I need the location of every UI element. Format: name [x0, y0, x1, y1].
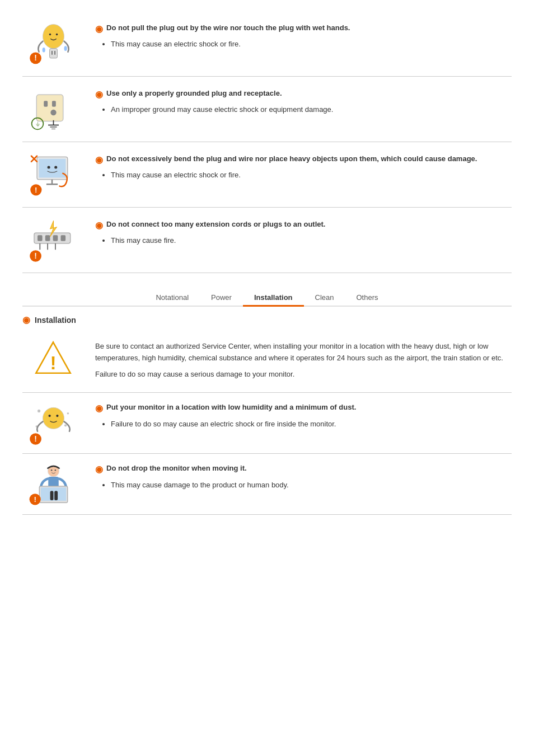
section-title-no-bend: ◉ Do not excessively bend the plug and w…: [95, 154, 512, 165]
svg-point-2: [55, 34, 57, 35]
svg-point-54: [54, 469, 56, 471]
section-title-no-pull-plug: ◉ Do not pull the plug out by the wire n…: [95, 24, 512, 34]
icon-area-no-drop: !: [22, 462, 84, 506]
install-section-low-humidity: ! ◉ Put your monitor in a location with …: [22, 393, 512, 454]
install-section-service-center: ! Be sure to contact an authorized Servi…: [22, 331, 512, 393]
content-area-low-humidity: ◉ Put your monitor in a location with lo…: [95, 401, 512, 431]
svg-point-47: [67, 412, 68, 414]
section-title-low-humidity: ◉ Put your monitor in a location with lo…: [95, 403, 512, 414]
section-title-text-5: Put your monitor in a location with low …: [106, 403, 356, 411]
safety-sections: ! ◉ Do not pull the plug out by the wire…: [22, 11, 512, 273]
svg-rect-3: [49, 49, 57, 58]
content-area-no-bend: ◉ Do not excessively bend the plug and w…: [95, 152, 512, 183]
install-section-no-drop: ! ◉ Do not drop the monitor when moving …: [22, 454, 512, 515]
svg-rect-31: [38, 235, 43, 241]
warning-circle-icon-6: ◉: [95, 464, 103, 475]
low-humidity-icon: !: [27, 401, 80, 445]
service-center-body2: Failure to do so may cause a serious dam…: [95, 369, 512, 381]
svg-point-44: [48, 415, 50, 417]
bullet-item-2: An improper ground may cause electric sh…: [111, 104, 512, 115]
svg-point-13: [50, 110, 56, 115]
svg-text:!: !: [34, 251, 37, 260]
icon-area-low-humidity: !: [22, 401, 84, 445]
content-area-no-pull-plug: ◉ Do not pull the plug out by the wire n…: [95, 21, 512, 52]
svg-point-23: [54, 166, 57, 168]
bullets-list-6: This may cause damage to the product or …: [111, 480, 512, 491]
installation-heading-text: Installation: [35, 316, 76, 325]
warning-circle-icon-4: ◉: [95, 220, 103, 231]
svg-rect-21: [39, 159, 65, 178]
warning-circle-icon: ◉: [95, 24, 103, 34]
no-extension-icon: !: [27, 218, 80, 262]
safety-section-no-extension: ! ◉ Do not connect too many extension co…: [22, 208, 512, 273]
page-container: ! ◉ Do not pull the plug out by the wire…: [0, 0, 534, 526]
bullets-list-5: Failure to do so may cause an electric s…: [111, 419, 512, 430]
content-area-grounded-plug: ◉ Use only a properly grounded plug and …: [95, 87, 512, 118]
svg-point-9: [64, 46, 67, 51]
section-title-grounded-plug: ◉ Use only a properly grounded plug and …: [95, 89, 512, 100]
warning-circle-icon-2: ◉: [95, 89, 103, 100]
svg-point-22: [47, 166, 50, 168]
svg-text:⏚: ⏚: [35, 120, 40, 128]
tab-installation[interactable]: Installation: [243, 290, 304, 307]
svg-rect-10: [36, 95, 63, 121]
svg-text:!: !: [35, 186, 38, 194]
svg-rect-12: [51, 101, 55, 106]
section-title-text-2: Use only a properly grounded plug and re…: [106, 89, 282, 97]
tab-notational[interactable]: Notational: [144, 290, 200, 307]
svg-point-43: [43, 408, 64, 429]
bullet-item-4: This may cause fire.: [111, 235, 512, 246]
bullets-list-3: This may cause an electric shock or fire…: [111, 170, 512, 181]
svg-point-8: [42, 48, 45, 53]
section-title-no-drop: ◉ Do not drop the monitor when moving it…: [95, 464, 512, 475]
section-title-text-6: Do not drop the monitor when moving it.: [106, 464, 247, 472]
svg-point-53: [50, 469, 52, 471]
bullet-item-6: This may cause damage to the product or …: [111, 480, 512, 491]
tab-others[interactable]: Others: [345, 290, 389, 307]
icon-area-no-extension: !: [22, 218, 84, 262]
bullet-item-5: Failure to do so may cause an electric s…: [111, 419, 512, 430]
svg-rect-34: [60, 235, 65, 241]
svg-rect-11: [44, 101, 48, 106]
svg-point-48: [64, 425, 66, 427]
bullets-list-2: An improper ground may cause electric sh…: [111, 104, 512, 115]
svg-point-1: [49, 34, 50, 35]
warning-circle-icon-5: ◉: [95, 403, 103, 414]
warning-triangle-icon: !: [34, 339, 73, 378]
icon-area-grounded-plug: ⏚: [22, 87, 84, 132]
svg-point-45: [56, 415, 58, 417]
section-title-no-extension: ◉ Do not connect too many extension cord…: [95, 220, 512, 231]
grounded-plug-icon: ⏚: [27, 87, 80, 132]
svg-rect-59: [54, 491, 58, 501]
bullet-item: This may cause an electric shock or fire…: [111, 39, 512, 50]
bullet-item-3: This may cause an electric shock or fire…: [111, 170, 512, 181]
tab-clean[interactable]: Clean: [304, 290, 345, 307]
content-area-no-drop: ◉ Do not drop the monitor when moving it…: [95, 462, 512, 492]
safety-section-no-pull-plug: ! ◉ Do not pull the plug out by the wire…: [22, 11, 512, 77]
svg-point-0: [43, 24, 64, 48]
installation-circle-icon: ◉: [22, 314, 30, 325]
icon-area-no-bend: !: [22, 152, 84, 197]
svg-text:!: !: [50, 353, 56, 373]
svg-rect-58: [50, 491, 53, 501]
content-area-service-center: Be sure to contact an authorized Service…: [95, 339, 512, 384]
service-center-body: Be sure to contact an authorized Service…: [95, 341, 512, 364]
svg-text:!: !: [34, 495, 36, 504]
svg-text:!: !: [34, 53, 37, 62]
nav-bar: Notational Power Installation Clean Othe…: [22, 290, 512, 307]
icon-area-service-center: !: [22, 339, 84, 378]
bullets-list: This may cause an electric shock or fire…: [111, 39, 512, 50]
svg-rect-33: [53, 235, 58, 241]
no-bend-icon: !: [27, 152, 80, 197]
no-drop-icon: !: [27, 462, 80, 506]
installation-heading: ◉ Installation: [22, 314, 512, 325]
icon-area-no-pull-plug: !: [22, 21, 84, 66]
safety-section-grounded-plug: ⏚ ◉ Use only a properly grounded plug an…: [22, 77, 512, 142]
safety-section-no-bend: ! ◉ Do not excessively bend the plug and…: [22, 142, 512, 208]
plug-wet-hands-icon: !: [27, 21, 80, 66]
section-title-text-3: Do not excessively bend the plug and wir…: [106, 154, 477, 163]
svg-rect-32: [45, 235, 50, 241]
section-title-text-4: Do not connect too many extension cords …: [106, 220, 325, 228]
tab-power[interactable]: Power: [200, 290, 243, 307]
warning-circle-icon-3: ◉: [95, 154, 103, 165]
